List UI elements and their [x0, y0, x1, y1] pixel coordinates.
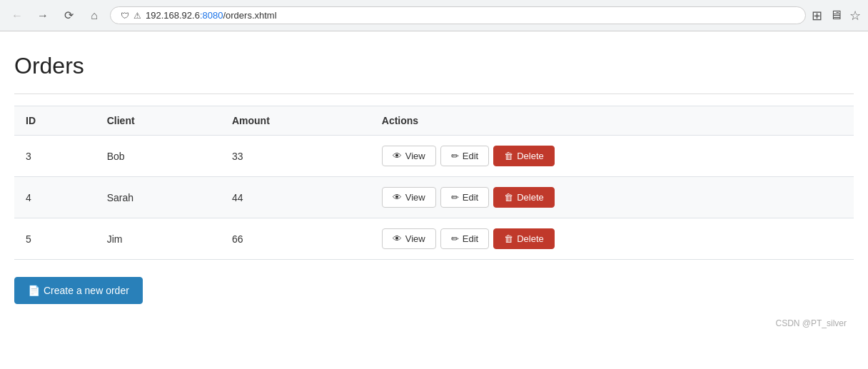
forward-button[interactable]: → — [33, 6, 53, 26]
cell-amount: 33 — [221, 136, 370, 177]
view-button[interactable]: 👁 View — [382, 146, 436, 166]
cell-client: Jim — [96, 218, 221, 260]
lock-icon: 🛡 — [121, 11, 129, 21]
edit-icon: ✏ — [451, 192, 459, 203]
view-button[interactable]: 👁 View — [382, 228, 436, 249]
footer-watermark: CSDN @PT_silver — [14, 318, 854, 328]
cell-id: 5 — [14, 218, 96, 260]
reload-button[interactable]: ⟳ — [59, 6, 79, 26]
profile-icon[interactable]: 🖥 — [829, 8, 842, 23]
trash-icon: 🗑 — [504, 192, 513, 203]
actions-group: 👁 View✏ Edit🗑 Delete — [382, 228, 842, 249]
col-id: ID — [14, 106, 96, 136]
cell-actions: 👁 View✏ Edit🗑 Delete — [370, 136, 854, 177]
address-bar[interactable]: 🛡 ⚠ 192.168.92.6:8080/orders.xhtml — [110, 6, 806, 24]
back-button[interactable]: ← — [7, 6, 27, 26]
header-row: ID Client Amount Actions — [14, 106, 854, 136]
edit-button[interactable]: ✏ Edit — [440, 146, 489, 166]
actions-group: 👁 View✏ Edit🗑 Delete — [382, 187, 842, 208]
cell-actions: 👁 View✏ Edit🗑 Delete — [370, 177, 854, 218]
page-content: Orders ID Client Amount Actions 3Bob33👁 … — [0, 31, 868, 343]
orders-table: ID Client Amount Actions 3Bob33👁 View✏ E… — [14, 106, 854, 260]
cell-client: Bob — [96, 136, 221, 177]
delete-button[interactable]: 🗑 Delete — [493, 146, 555, 166]
edit-button[interactable]: ✏ Edit — [440, 187, 489, 208]
browser-chrome: ← → ⟳ ⌂ 🛡 ⚠ 192.168.92.6:8080/orders.xht… — [0, 0, 868, 31]
eye-icon: 👁 — [393, 151, 402, 161]
home-button[interactable]: ⌂ — [84, 6, 104, 26]
extensions-icon[interactable]: ⊞ — [812, 8, 822, 24]
info-icon: ⚠ — [133, 11, 141, 21]
eye-icon: 👁 — [393, 192, 402, 203]
url-display: 192.168.92.6:8080/orders.xhtml — [146, 10, 795, 21]
edit-button[interactable]: ✏ Edit — [440, 228, 489, 249]
cell-amount: 66 — [221, 218, 370, 260]
delete-button[interactable]: 🗑 Delete — [493, 187, 555, 208]
bookmark-icon[interactable]: ☆ — [849, 8, 861, 24]
cell-id: 3 — [14, 136, 96, 177]
file-icon: 📄 — [28, 285, 40, 296]
view-button[interactable]: 👁 View — [382, 187, 436, 208]
divider — [14, 93, 854, 94]
edit-icon: ✏ — [451, 151, 459, 161]
cell-actions: 👁 View✏ Edit🗑 Delete — [370, 218, 854, 260]
table-row: 5Jim66👁 View✏ Edit🗑 Delete — [14, 218, 854, 260]
eye-icon: 👁 — [393, 233, 402, 244]
actions-group: 👁 View✏ Edit🗑 Delete — [382, 146, 842, 166]
edit-icon: ✏ — [451, 233, 459, 244]
col-client: Client — [96, 106, 221, 136]
create-order-button[interactable]: 📄 Create a new order — [14, 277, 143, 304]
trash-icon: 🗑 — [504, 151, 513, 161]
trash-icon: 🗑 — [504, 233, 513, 244]
col-actions: Actions — [370, 106, 854, 136]
table-row: 4Sarah44👁 View✏ Edit🗑 Delete — [14, 177, 854, 218]
create-btn-area: 📄 Create a new order — [14, 277, 854, 304]
table-header: ID Client Amount Actions — [14, 106, 854, 136]
table-row: 3Bob33👁 View✏ Edit🗑 Delete — [14, 136, 854, 177]
browser-actions: ⊞ 🖥 ☆ — [812, 8, 861, 24]
page-title: Orders — [14, 53, 854, 79]
cell-client: Sarah — [96, 177, 221, 218]
delete-button[interactable]: 🗑 Delete — [493, 228, 555, 249]
table-body: 3Bob33👁 View✏ Edit🗑 Delete4Sarah44👁 View… — [14, 136, 854, 260]
col-amount: Amount — [221, 106, 370, 136]
cell-amount: 44 — [221, 177, 370, 218]
cell-id: 4 — [14, 177, 96, 218]
